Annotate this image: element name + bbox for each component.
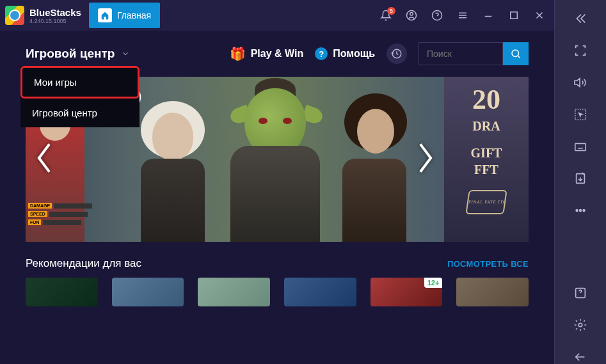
see-all-link[interactable]: ПОСМОТРЕТЬ ВСЕ: [447, 259, 529, 269]
tab-home[interactable]: Главная: [89, 3, 160, 28]
promo-line-1: DRA: [472, 118, 500, 134]
secondary-toolbar: Игровой центр Мои игры Игровой центр 🎁 P…: [0, 31, 554, 77]
close-button[interactable]: [534, 10, 545, 21]
svg-point-23: [578, 323, 582, 327]
character-art-4: [326, 90, 422, 242]
notification-badge: 5: [387, 7, 395, 15]
dropdown-menu: Мои игры Игровой центр: [20, 66, 140, 127]
chevron-down-icon: [121, 49, 130, 58]
rec-card[interactable]: [456, 278, 529, 306]
volume-button[interactable]: [573, 75, 587, 90]
rec-card[interactable]: [284, 278, 356, 306]
stat-bars: DAMAGESPEEDFUN: [28, 203, 92, 225]
character-art-3: [211, 77, 339, 242]
help-sidebar-button[interactable]: [573, 286, 587, 300]
keyboard-button[interactable]: [573, 139, 587, 154]
carousel-side-promo[interactable]: 20 DRA GIFT FFT FINAL FATE TD: [444, 77, 529, 242]
rec-card[interactable]: [112, 278, 184, 306]
bluestacks-logo-icon: [5, 6, 24, 25]
location-button[interactable]: [573, 107, 587, 122]
svg-rect-13: [575, 143, 586, 150]
help-button[interactable]: [431, 10, 443, 21]
svg-point-20: [580, 210, 582, 212]
search-input[interactable]: [419, 42, 503, 65]
home-icon: [98, 8, 112, 22]
svg-point-1: [410, 13, 413, 16]
rec-card[interactable]: [26, 278, 98, 306]
recs-row: 12+: [26, 278, 529, 306]
install-apk-button[interactable]: [573, 171, 587, 186]
promo-line-2: GIFT: [471, 145, 502, 161]
more-button[interactable]: [573, 203, 587, 218]
tab-label: Главная: [117, 10, 151, 20]
menu-button[interactable]: [457, 10, 468, 21]
collapse-sidebar-button[interactable]: [573, 12, 587, 26]
carousel-next-button[interactable]: [415, 141, 436, 178]
svg-point-10: [512, 50, 519, 57]
back-button[interactable]: [573, 350, 587, 364]
svg-point-21: [583, 210, 585, 212]
minimize-button[interactable]: [482, 10, 494, 21]
promo-big-number: 20: [472, 83, 500, 117]
settings-button[interactable]: [573, 318, 587, 332]
search-box: [419, 42, 529, 65]
account-button[interactable]: [406, 10, 417, 21]
dropdown-label: Игровой центр: [26, 47, 115, 61]
brand-name: BlueStacks: [29, 7, 81, 18]
dropdown-item-game-center[interactable]: Игровой центр: [20, 99, 140, 127]
brand-version: 4.240.15.1005: [29, 18, 81, 24]
final-fate-badge: FINAL FATE TD: [465, 190, 507, 214]
rec-card[interactable]: [198, 278, 270, 306]
carousel-prev-button[interactable]: [33, 141, 55, 178]
game-center-dropdown[interactable]: Игровой центр: [26, 47, 130, 61]
fullscreen-button[interactable]: [573, 44, 587, 58]
right-toolbar: [554, 0, 606, 364]
rec-card[interactable]: 12+: [371, 278, 443, 306]
svg-point-19: [576, 210, 578, 212]
search-button[interactable]: [503, 42, 529, 65]
promo-line-3: FFT: [474, 162, 498, 177]
dropdown-item-my-games[interactable]: Мои игры: [20, 66, 140, 99]
play-and-win-link[interactable]: 🎁 Play & Win: [230, 46, 304, 61]
maximize-button[interactable]: [508, 10, 520, 21]
help-label: Помощь: [333, 48, 375, 59]
history-button[interactable]: [387, 44, 407, 64]
play-win-label: Play & Win: [251, 48, 304, 59]
recs-title: Рекомендации для вас: [26, 257, 141, 270]
svg-rect-7: [511, 12, 518, 19]
notifications-button[interactable]: 5: [380, 10, 392, 21]
titlebar: BlueStacks 4.240.15.1005 Главная 5: [0, 0, 554, 31]
help-link[interactable]: ? Помощь: [315, 47, 375, 60]
recommendations-section: Рекомендации для вас ПОСМОТРЕТЬ ВСЕ 12+: [26, 257, 529, 306]
brand-block: BlueStacks 4.240.15.1005: [29, 7, 81, 24]
question-icon: ?: [315, 47, 328, 60]
svg-line-11: [518, 56, 520, 58]
gift-icon: 🎁: [230, 46, 246, 61]
